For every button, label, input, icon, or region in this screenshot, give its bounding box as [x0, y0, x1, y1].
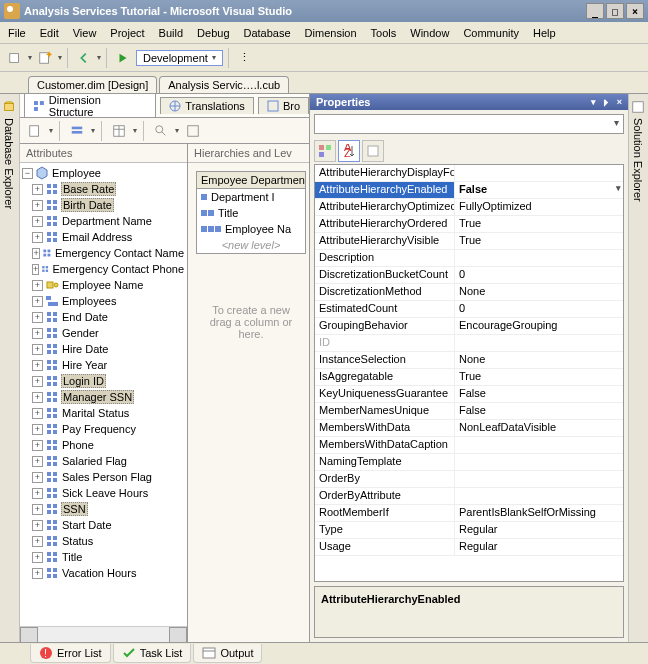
tree-expander[interactable]: +	[32, 328, 43, 339]
start-button[interactable]	[112, 47, 134, 69]
attribute-label[interactable]: Department Name	[61, 215, 153, 227]
hierarchy-level[interactable]: Employee Na	[197, 221, 305, 237]
tree-expander[interactable]: +	[32, 520, 43, 531]
alphabetical-icon[interactable]: AZ	[338, 140, 360, 162]
menu-community[interactable]: Community	[463, 27, 519, 39]
property-row[interactable]: IsAggregatableTrue	[315, 369, 623, 386]
property-row[interactable]: Description	[315, 250, 623, 267]
menu-tools[interactable]: Tools	[371, 27, 397, 39]
property-value[interactable]: EncourageGrouping	[455, 318, 623, 334]
property-value[interactable]: False	[455, 182, 623, 198]
property-row[interactable]: MembersWithDataNonLeafDataVisible	[315, 420, 623, 437]
property-row[interactable]: ID	[315, 335, 623, 352]
tree-expander[interactable]: +	[32, 424, 43, 435]
tree-expander[interactable]: +	[32, 200, 43, 211]
attribute-label[interactable]: Salaried Flag	[61, 455, 128, 467]
attribute-label[interactable]: Marital Status	[61, 407, 130, 419]
tree-expander[interactable]: +	[32, 280, 43, 291]
tree-expander[interactable]: +	[32, 216, 43, 227]
hierarchy-box[interactable]: Empoyee Department Department ITitleEmpl…	[196, 171, 306, 254]
property-row[interactable]: MemberNamesUniqueFalse	[315, 403, 623, 420]
property-row[interactable]: GroupingBehaviorEncourageGrouping	[315, 318, 623, 335]
property-row[interactable]: AttributeHierarchyOrderedTrue	[315, 216, 623, 233]
tab-output[interactable]: Output	[193, 644, 262, 663]
tree-expander[interactable]: −	[22, 168, 33, 179]
menu-database[interactable]: Database	[244, 27, 291, 39]
attribute-label[interactable]: Sales Person Flag	[61, 471, 153, 483]
property-row[interactable]: OrderByAttribute	[315, 488, 623, 505]
attribute-label[interactable]: Base Rate	[61, 182, 116, 196]
tree-expander[interactable]: +	[32, 504, 43, 515]
attribute-label[interactable]: Pay Frequency	[61, 423, 137, 435]
attribute-label[interactable]: SSN	[61, 502, 88, 516]
property-value[interactable]	[455, 488, 623, 504]
new-dropdown[interactable]: ▾	[28, 53, 32, 62]
property-value[interactable]: NonLeafDataVisible	[455, 420, 623, 436]
property-value[interactable]: Regular	[455, 522, 623, 538]
tree-expander[interactable]: +	[32, 536, 43, 547]
tree-expander[interactable]: +	[32, 552, 43, 563]
menu-view[interactable]: View	[73, 27, 97, 39]
property-value[interactable]: True	[455, 233, 623, 249]
view-icon[interactable]	[66, 120, 88, 142]
tree-expander[interactable]: +	[32, 264, 39, 275]
property-row[interactable]: KeyUniquenessGuaranteeFalse	[315, 386, 623, 403]
hierarchy-level[interactable]: Title	[197, 205, 305, 221]
attribute-label[interactable]: Phone	[61, 439, 95, 451]
property-value[interactable]	[455, 165, 623, 181]
tab-browser[interactable]: Bro	[258, 97, 309, 114]
props-close-icon[interactable]: ×	[617, 97, 622, 107]
attribute-label[interactable]: Login ID	[61, 374, 106, 388]
sidetab-solution-explorer[interactable]: Solution Explorer	[629, 94, 647, 642]
attribute-label[interactable]: Birth Date	[61, 198, 114, 212]
menu-window[interactable]: Window	[410, 27, 449, 39]
menu-project[interactable]: Project	[110, 27, 144, 39]
toolbar-extra-icon[interactable]: ⋮	[234, 47, 256, 69]
property-value[interactable]	[455, 471, 623, 487]
property-row[interactable]: AttributeHierarchyOptimizedFullyOptimize…	[315, 199, 623, 216]
property-row[interactable]: MembersWithDataCaption	[315, 437, 623, 454]
tab-task-list[interactable]: Task List	[113, 644, 192, 663]
hierarchy-level[interactable]: Department I	[197, 189, 305, 205]
property-value[interactable]: 0	[455, 267, 623, 283]
tree-expander[interactable]: +	[32, 376, 43, 387]
property-value[interactable]	[455, 250, 623, 266]
minimize-button[interactable]: _	[586, 3, 604, 19]
property-row[interactable]: RootMemberIfParentIsBlankSelfOrMissing	[315, 505, 623, 522]
menu-debug[interactable]: Debug	[197, 27, 229, 39]
attributes-tree[interactable]: −Employee+Base Rate+Birth Date+Departmen…	[20, 163, 187, 626]
property-object-selector[interactable]	[314, 114, 624, 134]
menu-edit[interactable]: Edit	[40, 27, 59, 39]
property-row[interactable]: AttributeHierarchyVisibleTrue	[315, 233, 623, 250]
attribute-label[interactable]: Sick Leave Hours	[61, 487, 149, 499]
attribute-label[interactable]: Email Address	[61, 231, 133, 243]
attribute-label[interactable]: Hire Year	[61, 359, 108, 371]
property-value[interactable]: None	[455, 352, 623, 368]
tab-error-list[interactable]: !Error List	[30, 644, 111, 663]
tree-expander[interactable]: +	[32, 232, 43, 243]
props-pin-icon[interactable]: ⏵	[602, 97, 611, 107]
attribute-label[interactable]: Employees	[61, 295, 117, 307]
property-row[interactable]: EstimatedCount0	[315, 301, 623, 318]
menu-help[interactable]: Help	[533, 27, 556, 39]
property-row[interactable]: UsageRegular	[315, 539, 623, 556]
property-value[interactable]: True	[455, 216, 623, 232]
new-project-icon[interactable]	[4, 47, 26, 69]
maximize-button[interactable]: □	[606, 3, 624, 19]
property-pages-icon[interactable]	[362, 140, 384, 162]
attribute-label[interactable]: End Date	[61, 311, 109, 323]
property-row[interactable]: OrderBy	[315, 471, 623, 488]
tree-expander[interactable]: +	[32, 408, 43, 419]
tree-expander[interactable]: +	[32, 456, 43, 467]
zoom-icon[interactable]	[150, 120, 172, 142]
property-row[interactable]: AttributeHierarchyEnabledFalse	[315, 182, 623, 199]
property-row[interactable]: DiscretizationMethodNone	[315, 284, 623, 301]
property-value[interactable]: None	[455, 284, 623, 300]
tree-expander[interactable]: +	[32, 472, 43, 483]
props-dropdown-icon[interactable]: ▾	[591, 97, 596, 107]
tree-expander[interactable]: +	[32, 312, 43, 323]
property-value[interactable]	[455, 454, 623, 470]
property-row[interactable]: DiscretizationBucketCount0	[315, 267, 623, 284]
attribute-label[interactable]: Hire Date	[61, 343, 109, 355]
tree-expander[interactable]: +	[32, 488, 43, 499]
